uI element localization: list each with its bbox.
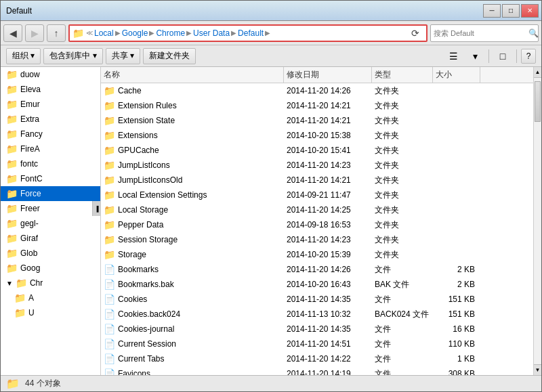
file-icon: 📄 [104,368,115,375]
table-row[interactable]: 📄 Bookmarks.bak 2014-10-20 16:43 BAK 文件 … [101,277,533,292]
sidebar-item-giraf[interactable]: 📁 Giraf [1,231,100,246]
sidebar-item-glob[interactable]: 📁 Glob [1,246,100,261]
table-row[interactable]: 📁 Cache 2014-11-20 14:26 文件夹 [101,83,533,98]
table-row[interactable]: 📄 Cookies.back024 2014-11-13 10:32 BACK0… [101,307,533,322]
breadcrumb-google[interactable]: Google [122,28,148,38]
table-row[interactable]: 📁 Pepper Data 2014-09-18 16:53 文件夹 [101,217,533,232]
column-header-size[interactable]: 大小 [433,67,480,83]
sidebar-item-force[interactable]: 📁 Force [1,186,100,201]
breadcrumb-default[interactable]: Default [238,28,264,38]
preview-button[interactable]: □ [493,48,512,64]
table-row[interactable]: 📄 Current Session 2014-11-20 14:51 文件 11… [101,336,533,351]
breadcrumb-chrome[interactable]: Chrome [156,28,185,38]
table-row[interactable]: 📁 Session Storage 2014-11-20 14:23 文件夹 [101,232,533,247]
table-row[interactable]: 📁 GPUCache 2014-10-20 15:41 文件夹 [101,143,533,158]
minimize-button[interactable]: ─ [483,4,501,18]
table-row[interactable]: 📁 Extension Rules 2014-11-20 14:21 文件夹 [101,98,533,113]
up-button[interactable]: ↑ [47,24,66,42]
folder-icon: 📁 [16,278,27,288]
table-row[interactable]: 📄 Bookmarks 2014-11-20 14:26 文件 2 KB [101,262,533,277]
breadcrumb-local[interactable]: Local [94,28,114,38]
file-date-cell: 2014-11-20 14:35 [284,292,372,307]
table-row[interactable]: 📁 Local Extension Settings 2014-09-21 11… [101,188,533,202]
sidebar-item-freer[interactable]: 📁 Freer ▐ [1,201,100,216]
folder-icon: 📁 [6,99,18,110]
column-header-name[interactable]: 名称 [101,67,284,83]
file-type-cell: 文件 [372,351,433,366]
sidebar-item-fontc2[interactable]: 📁 FontC [1,171,100,186]
search-box[interactable]: 🔍 [430,24,539,42]
file-type-cell: 文件夹 [372,113,433,128]
table-row[interactable]: 📁 Extension State 2014-11-20 14:21 文件夹 [101,113,533,128]
folder-icon: 📁 [104,249,115,260]
file-type-cell: 文件 [372,262,433,277]
window-controls: ─ □ ✕ [483,4,539,18]
breadcrumb-userdata[interactable]: User Data [193,28,230,38]
file-type-cell: 文件夹 [372,128,433,143]
file-name-cell: 📄 Bookmarks.bak [101,277,284,292]
table-row[interactable]: 📄 Current Tabs 2014-11-20 14:22 文件 1 KB [101,351,533,366]
folder-icon: 📁 [104,234,115,245]
file-name-text: Current Session [118,339,176,349]
organize-button[interactable]: 组织 ▾ [6,48,41,64]
sidebar-item-a[interactable]: 📁 A [1,290,100,305]
scroll-track[interactable] [534,78,541,364]
sidebar-item-firea[interactable]: 📁 FireA [1,141,100,156]
sidebar: 📁 duow 📁 Eleva 📁 Emur 📁 Extra 📁 Fancy 📁 [1,67,101,375]
file-panel: 名称 修改日期 类型 大小 📁 Cache 2014-11-20 14:26 文… [101,67,533,375]
file-size-cell: 1 KB [433,351,480,366]
table-row[interactable]: 📁 JumpListIconsOld 2014-11-20 14:21 文件夹 [101,173,533,188]
file-date-cell: 2014-09-21 11:47 [284,188,372,202]
breadcrumb-sep-3: ▶ [186,29,192,37]
maximize-button[interactable]: □ [502,4,520,18]
column-header-type[interactable]: 类型 [372,67,433,83]
main-area: 📁 duow 📁 Eleva 📁 Emur 📁 Extra 📁 Fancy 📁 [1,67,541,375]
file-name-text: Storage [118,250,146,259]
close-button[interactable]: ✕ [521,4,539,18]
scroll-down-button[interactable]: ▼ [534,364,541,375]
folder-icon: 📁 [104,85,115,96]
scroll-up-button[interactable]: ▲ [534,67,541,78]
sidebar-item-goog[interactable]: 📁 Goog [1,261,100,276]
share-button[interactable]: 共享 ▾ [106,48,140,64]
library-button[interactable]: 包含到库中 ▾ [43,48,102,64]
file-name-cell: 📁 Extension State [101,113,284,128]
sidebar-item-fancy[interactable]: 📁 Fancy [1,127,100,141]
file-name-cell: 📁 Local Storage [101,202,284,217]
view-large-button[interactable]: ▾ [465,48,484,64]
sidebar-item-emur[interactable]: 📁 Emur [1,97,100,112]
table-row[interactable]: 📄 Cookies 2014-11-20 14:35 文件 151 KB [101,292,533,307]
new-folder-button[interactable]: 新建文件夹 [143,48,196,64]
table-row[interactable]: 📄 Favicons 2014-11-20 14:19 文件 308 KB [101,366,533,375]
folder-icon: 📁 [104,115,115,126]
file-name-text: JumpListIcons [118,160,170,170]
vertical-scrollbar[interactable]: ▲ ▼ [533,67,541,375]
forward-button[interactable]: ▶ [25,24,44,42]
table-row[interactable]: 📁 Extensions 2014-10-20 15:38 文件夹 [101,128,533,143]
file-name-cell: 📁 JumpListIconsOld [101,173,284,188]
sidebar-item-duow[interactable]: 📁 duow [1,67,100,82]
scroll-thumb[interactable] [535,81,541,122]
table-row[interactable]: 📁 Storage 2014-10-20 15:39 文件夹 [101,247,533,262]
search-input[interactable] [434,29,527,37]
help-button[interactable]: ? [521,49,536,64]
sidebar-item-u[interactable]: 📁 U [1,305,100,320]
sidebar-item-gegl[interactable]: 📁 gegl- [1,216,100,231]
file-name-cell: 📁 Local Extension Settings [101,188,284,202]
file-date-cell: 2014-10-20 16:43 [284,277,372,292]
view-list-button[interactable]: ☰ [444,48,463,64]
table-row[interactable]: 📁 Local Storage 2014-11-20 14:25 文件夹 [101,202,533,217]
address-bar[interactable]: 📁 ≪ Local ▶ Google ▶ Chrome ▶ User Data … [68,24,428,42]
toolbar: 组织 ▾ 包含到库中 ▾ 共享 ▾ 新建文件夹 ☰ ▾ □ ? [1,45,541,67]
file-name-text: Pepper Data [118,220,163,230]
table-row[interactable]: 📁 JumpListIcons 2014-11-20 14:23 文件夹 [101,158,533,173]
sidebar-item-fontc1[interactable]: 📁 fontc [1,156,100,171]
sidebar-item-eleva[interactable]: 📁 Eleva [1,82,100,97]
sidebar-item-extra[interactable]: 📁 Extra [1,112,100,127]
table-row[interactable]: 📄 Cookies-journal 2014-11-20 14:35 文件 16… [101,322,533,336]
refresh-button[interactable]: ⟳ [407,26,423,41]
folder-icon: 📁 [6,69,18,80]
column-header-date[interactable]: 修改日期 [284,67,372,83]
sidebar-item-chr[interactable]: ▼ 📁 Chr [1,276,100,290]
back-button[interactable]: ◀ [3,24,22,42]
